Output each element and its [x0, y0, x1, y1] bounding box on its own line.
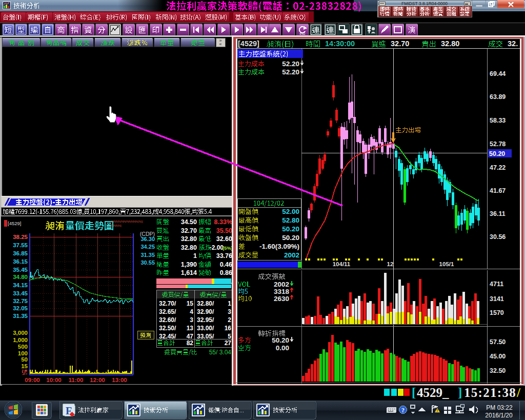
svg-text:55/ 3.04: 55/ 3.04 — [209, 349, 232, 356]
svg-text:32.75: 32.75 — [13, 298, 28, 304]
svg-text:2002: 2002 — [284, 251, 299, 259]
svg-text:[NNNN]: [NNNN] — [111, 224, 122, 227]
svg-text:45.00: 45.00 — [490, 353, 506, 360]
svg-text:50.20: 50.20 — [272, 336, 289, 344]
svg-text:34.15: 34.15 — [13, 282, 28, 288]
svg-text:2: 2 — [228, 316, 231, 324]
svg-text:3318: 3318 — [274, 288, 290, 295]
svg-text:-2.00: -2.00 — [210, 244, 224, 251]
svg-text:52.80: 52.80 — [282, 216, 299, 224]
svg-text:13:00: 13:00 — [112, 377, 127, 383]
svg-text:1,390: 1,390 — [181, 261, 197, 268]
svg-text:82: 82 — [187, 339, 194, 347]
svg-text:32.70: 32.70 — [181, 227, 197, 234]
svg-text:15: 15 — [21, 363, 28, 369]
svg-text:32.90/: 32.90/ — [197, 308, 214, 315]
svg-text:!: ! — [437, 409, 438, 412]
svg-text:50.20: 50.20 — [282, 225, 299, 233]
svg-text:]: ] — [458, 386, 462, 399]
svg-text:32.: 32. — [508, 39, 518, 48]
svg-text:34.80: 34.80 — [13, 274, 28, 280]
svg-text:8.33%: 8.33% — [214, 218, 232, 226]
svg-text:0.46: 0.46 — [220, 261, 232, 268]
svg-text:32.60/: 32.60/ — [159, 316, 176, 324]
svg-text:15:21:38: 15:21:38 — [464, 386, 516, 399]
svg-text:69.44: 69.44 — [490, 70, 506, 77]
svg-text:3,000: 3,000 — [13, 330, 28, 336]
svg-text:12: 12 — [387, 261, 394, 267]
svg-text:32.80: 32.80 — [181, 235, 197, 243]
svg-text:52.78: 52.78 — [490, 141, 506, 148]
svg-text:0.00: 0.00 — [276, 344, 289, 352]
svg-text:11:00: 11:00 — [69, 377, 84, 383]
svg-text:32.05: 32.05 — [13, 305, 28, 311]
svg-text:57.50: 57.50 — [490, 338, 506, 346]
svg-text:Esc: Esc — [300, 32, 306, 35]
svg-text:/: / — [516, 386, 521, 399]
svg-text:58.33: 58.33 — [490, 117, 506, 124]
svg-text:36.11: 36.11 — [490, 210, 506, 217]
svg-text:36.15: 36.15 — [13, 258, 28, 265]
svg-text:100: 100 — [18, 350, 28, 356]
svg-text:35.45: 35.45 — [13, 267, 28, 273]
svg-text:4711: 4711 — [490, 281, 503, 288]
svg-text:1: 1 — [228, 300, 231, 307]
svg-text:FMIDST 3.8.1R04-0000: FMIDST 3.8.1R04-0000 — [401, 1, 448, 6]
svg-text:33.00/: 33.00/ — [197, 325, 214, 332]
svg-text:1,000: 1,000 — [13, 337, 28, 343]
svg-text:2002: 2002 — [274, 281, 289, 288]
svg-text:32.65/: 32.65/ — [159, 308, 176, 315]
svg-text:12:00: 12:00 — [90, 377, 105, 383]
svg-text:32.60: 32.60 — [216, 235, 232, 243]
svg-text:15: 15 — [187, 300, 194, 307]
svg-text:30.55: 30.55 — [140, 259, 155, 266]
svg-text:34.50: 34.50 — [181, 218, 197, 226]
svg-text:32.50/: 32.50/ — [159, 325, 176, 332]
svg-text:PM 03:22: PM 03:22 — [486, 404, 513, 411]
svg-text:52.00: 52.00 — [282, 208, 299, 215]
svg-text:500: 500 — [18, 344, 28, 350]
svg-text:2016/1/20: 2016/1/20 — [485, 412, 513, 419]
svg-text:31.35: 31.35 — [13, 313, 28, 319]
svg-text:36.30: 36.30 — [140, 236, 155, 242]
svg-text:34.25: 34.25 — [140, 244, 155, 250]
svg-text:32.80: 32.80 — [441, 39, 459, 48]
svg-text:32.80/: 32.80/ — [197, 300, 214, 307]
svg-text:30.56: 30.56 — [490, 233, 506, 241]
svg-text:41.67: 41.67 — [490, 187, 506, 194]
svg-text:32.80: 32.80 — [181, 244, 197, 251]
svg-text:10:00: 10:00 — [46, 377, 61, 383]
svg-text:52.20: 52.20 — [282, 60, 299, 68]
svg-text:«: « — [219, 42, 221, 47]
svg-text:35.50: 35.50 — [216, 227, 232, 234]
svg-text:31.35: 31.35 — [140, 252, 155, 258]
svg-text:47: 47 — [187, 333, 194, 340]
svg-text:50.20: 50.20 — [489, 150, 505, 157]
svg-text:13: 13 — [187, 325, 194, 332]
svg-text:52.20: 52.20 — [282, 68, 299, 76]
svg-text:3141: 3141 — [490, 295, 504, 303]
svg-text:4529_: 4529_ — [417, 386, 449, 399]
svg-text:47.22: 47.22 — [490, 164, 506, 171]
svg-text:5: 5 — [228, 333, 231, 340]
svg-text:33.05/: 33.05/ — [197, 333, 214, 340]
svg-text:104/11: 104/11 — [333, 261, 351, 267]
svg-text:(5%): (5%) — [223, 245, 233, 251]
svg-text:-1.60(3.09%): -1.60(3.09%) — [259, 243, 299, 250]
svg-text:3: 3 — [190, 316, 193, 324]
svg-text:32.70: 32.70 — [391, 39, 409, 48]
svg-text:50: 50 — [21, 356, 28, 363]
svg-text:38.25: 38.25 — [13, 234, 28, 240]
svg-text:50.20: 50.20 — [282, 234, 299, 242]
svg-text:2630: 2630 — [274, 295, 289, 303]
svg-text:36.85: 36.85 — [13, 250, 28, 256]
svg-text:32.50: 32.50 — [490, 367, 506, 374]
svg-text:[NNNN/NN/NNNNN(N)]: [NNNN/NN/NNNNN(N)] — [111, 220, 143, 223]
svg-text:105/1: 105/1 — [439, 261, 454, 267]
svg-text:37.55: 37.55 — [13, 242, 28, 248]
svg-text:[: [ — [412, 386, 416, 399]
svg-text:0.86: 0.86 — [220, 269, 232, 276]
svg-text:09:00: 09:00 — [25, 377, 39, 383]
svg-text:3: 3 — [228, 308, 231, 315]
svg-text:4: 4 — [190, 308, 193, 315]
